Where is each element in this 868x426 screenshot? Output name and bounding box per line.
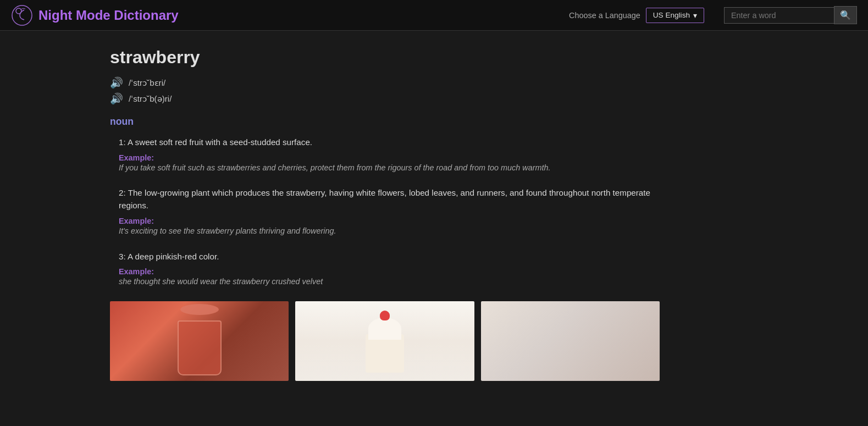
pronunciation-text-2: /ˈstrɔ˘b(ə)ri/ [129,94,172,104]
header: Night Mode Dictionary Choose a Language … [0,0,868,31]
search-icon: 🔍 [840,10,851,20]
search-area: 🔍 [724,6,857,24]
main-content: strawberry 🔊 /ˈstrɔ˘bɛri/ 🔊 /ˈstrɔ˘b(ə)r… [0,31,770,397]
image-card-3 [481,301,660,381]
definition-block-2: 2: The low-growing plant which produces … [110,187,660,237]
dropdown-arrow-icon: ▾ [693,11,697,20]
definition-text-1: 1: A sweet soft red fruit with a seed-st… [119,136,660,149]
example-text-2: It's exciting to see the strawberry plan… [119,225,660,237]
pronunciation-row-2: 🔊 /ˈstrɔ˘b(ə)ri/ [110,92,660,105]
example-label-2: Example: [119,217,660,225]
definition-block-1: 1: A sweet soft red fruit with a seed-st… [110,136,660,174]
language-area: Choose a Language US English ▾ [569,8,704,23]
def-number-1: 1 [119,137,123,147]
sound-button-2[interactable]: 🔊 [110,92,123,105]
def-content-1: A sweet soft red fruit with a seed-studd… [128,137,312,147]
logo-area: Night Mode Dictionary [11,4,179,26]
example-label-3: Example: [119,267,660,276]
def-number-3: 3 [119,252,123,261]
image-card-1 [110,301,289,381]
language-value: US English [653,11,690,19]
def-content-3: A deep pinkish-red color. [128,252,219,261]
language-dropdown-button[interactable]: US English ▾ [646,8,704,23]
logo-icon [11,4,33,26]
site-title: Night Mode Dictionary [38,8,179,23]
search-button[interactable]: 🔍 [834,6,857,24]
def-number-2: 2 [119,188,123,197]
pronunciation-row-1: 🔊 /ˈstrɔ˘bɛri/ [110,76,660,89]
example-label-1: Example: [119,153,660,162]
example-text-1: If you take soft fruit such as strawberr… [119,162,660,174]
definition-text-2: 2: The low-growing plant which produces … [119,187,660,212]
part-of-speech: noun [110,116,660,128]
definition-text-3: 3: A deep pinkish-red color. [119,251,660,263]
svg-point-1 [16,8,21,14]
definition-block-3: 3: A deep pinkish-red color. Example: sh… [110,251,660,288]
search-input[interactable] [724,7,834,24]
sound-button-1[interactable]: 🔊 [110,76,123,89]
choose-language-label: Choose a Language [569,11,640,20]
pronunciation-text-1: /ˈstrɔ˘bɛri/ [129,78,165,88]
images-row [110,301,660,381]
def-content-2: The low-growing plant which produces the… [119,188,650,210]
image-card-2 [295,301,474,381]
word-title: strawberry [110,47,660,68]
example-text-3: she thought she would wear the strawberr… [119,276,660,288]
